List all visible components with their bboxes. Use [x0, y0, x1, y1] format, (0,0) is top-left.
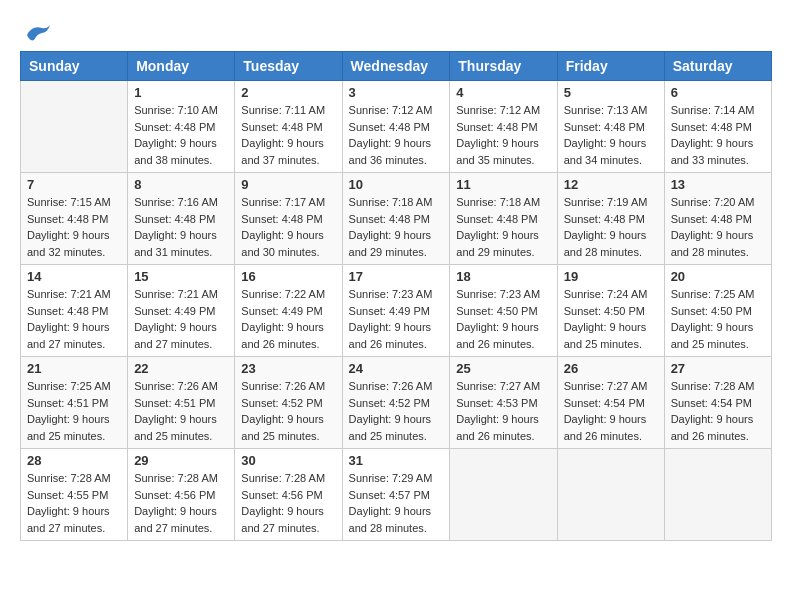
day-info: Sunrise: 7:14 AM Sunset: 4:48 PM Dayligh…: [671, 102, 765, 168]
day-info: Sunrise: 7:10 AM Sunset: 4:48 PM Dayligh…: [134, 102, 228, 168]
day-number: 21: [27, 361, 121, 376]
page-header: [20, 20, 772, 41]
calendar-day-cell: 24Sunrise: 7:26 AM Sunset: 4:52 PM Dayli…: [342, 357, 450, 449]
day-number: 6: [671, 85, 765, 100]
day-info: Sunrise: 7:16 AM Sunset: 4:48 PM Dayligh…: [134, 194, 228, 260]
day-number: 31: [349, 453, 444, 468]
day-info: Sunrise: 7:28 AM Sunset: 4:56 PM Dayligh…: [134, 470, 228, 536]
day-info: Sunrise: 7:12 AM Sunset: 4:48 PM Dayligh…: [456, 102, 550, 168]
day-info: Sunrise: 7:13 AM Sunset: 4:48 PM Dayligh…: [564, 102, 658, 168]
day-info: Sunrise: 7:23 AM Sunset: 4:50 PM Dayligh…: [456, 286, 550, 352]
day-info: Sunrise: 7:24 AM Sunset: 4:50 PM Dayligh…: [564, 286, 658, 352]
day-number: 5: [564, 85, 658, 100]
day-info: Sunrise: 7:18 AM Sunset: 4:48 PM Dayligh…: [349, 194, 444, 260]
day-of-week-header: Sunday: [21, 52, 128, 81]
day-number: 17: [349, 269, 444, 284]
day-info: Sunrise: 7:20 AM Sunset: 4:48 PM Dayligh…: [671, 194, 765, 260]
calendar-day-cell: [21, 81, 128, 173]
calendar-day-cell: 13Sunrise: 7:20 AM Sunset: 4:48 PM Dayli…: [664, 173, 771, 265]
day-info: Sunrise: 7:28 AM Sunset: 4:56 PM Dayligh…: [241, 470, 335, 536]
day-info: Sunrise: 7:28 AM Sunset: 4:54 PM Dayligh…: [671, 378, 765, 444]
calendar-day-cell: 18Sunrise: 7:23 AM Sunset: 4:50 PM Dayli…: [450, 265, 557, 357]
calendar-week-row: 21Sunrise: 7:25 AM Sunset: 4:51 PM Dayli…: [21, 357, 772, 449]
calendar-day-cell: [664, 449, 771, 541]
calendar-day-cell: 19Sunrise: 7:24 AM Sunset: 4:50 PM Dayli…: [557, 265, 664, 357]
calendar-day-cell: 4Sunrise: 7:12 AM Sunset: 4:48 PM Daylig…: [450, 81, 557, 173]
calendar-day-cell: 2Sunrise: 7:11 AM Sunset: 4:48 PM Daylig…: [235, 81, 342, 173]
day-number: 14: [27, 269, 121, 284]
day-number: 29: [134, 453, 228, 468]
calendar-day-cell: 29Sunrise: 7:28 AM Sunset: 4:56 PM Dayli…: [128, 449, 235, 541]
day-number: 13: [671, 177, 765, 192]
calendar-day-cell: 28Sunrise: 7:28 AM Sunset: 4:55 PM Dayli…: [21, 449, 128, 541]
calendar-week-row: 1Sunrise: 7:10 AM Sunset: 4:48 PM Daylig…: [21, 81, 772, 173]
calendar-day-cell: 25Sunrise: 7:27 AM Sunset: 4:53 PM Dayli…: [450, 357, 557, 449]
calendar-day-cell: 14Sunrise: 7:21 AM Sunset: 4:48 PM Dayli…: [21, 265, 128, 357]
day-info: Sunrise: 7:28 AM Sunset: 4:55 PM Dayligh…: [27, 470, 121, 536]
day-number: 16: [241, 269, 335, 284]
day-of-week-header: Friday: [557, 52, 664, 81]
day-info: Sunrise: 7:25 AM Sunset: 4:51 PM Dayligh…: [27, 378, 121, 444]
day-number: 18: [456, 269, 550, 284]
day-number: 23: [241, 361, 335, 376]
calendar-day-cell: 27Sunrise: 7:28 AM Sunset: 4:54 PM Dayli…: [664, 357, 771, 449]
day-info: Sunrise: 7:26 AM Sunset: 4:52 PM Dayligh…: [241, 378, 335, 444]
day-number: 30: [241, 453, 335, 468]
day-of-week-header: Monday: [128, 52, 235, 81]
calendar-day-cell: 23Sunrise: 7:26 AM Sunset: 4:52 PM Dayli…: [235, 357, 342, 449]
calendar-week-row: 28Sunrise: 7:28 AM Sunset: 4:55 PM Dayli…: [21, 449, 772, 541]
calendar-day-cell: 6Sunrise: 7:14 AM Sunset: 4:48 PM Daylig…: [664, 81, 771, 173]
day-number: 10: [349, 177, 444, 192]
day-number: 9: [241, 177, 335, 192]
day-number: 27: [671, 361, 765, 376]
day-info: Sunrise: 7:26 AM Sunset: 4:51 PM Dayligh…: [134, 378, 228, 444]
day-number: 7: [27, 177, 121, 192]
calendar-header-row: SundayMondayTuesdayWednesdayThursdayFrid…: [21, 52, 772, 81]
calendar-day-cell: 20Sunrise: 7:25 AM Sunset: 4:50 PM Dayli…: [664, 265, 771, 357]
day-info: Sunrise: 7:22 AM Sunset: 4:49 PM Dayligh…: [241, 286, 335, 352]
day-info: Sunrise: 7:27 AM Sunset: 4:53 PM Dayligh…: [456, 378, 550, 444]
calendar-day-cell: 5Sunrise: 7:13 AM Sunset: 4:48 PM Daylig…: [557, 81, 664, 173]
day-info: Sunrise: 7:19 AM Sunset: 4:48 PM Dayligh…: [564, 194, 658, 260]
day-number: 25: [456, 361, 550, 376]
day-number: 1: [134, 85, 228, 100]
calendar-day-cell: 12Sunrise: 7:19 AM Sunset: 4:48 PM Dayli…: [557, 173, 664, 265]
day-info: Sunrise: 7:17 AM Sunset: 4:48 PM Dayligh…: [241, 194, 335, 260]
day-info: Sunrise: 7:21 AM Sunset: 4:48 PM Dayligh…: [27, 286, 121, 352]
day-of-week-header: Tuesday: [235, 52, 342, 81]
calendar-day-cell: 15Sunrise: 7:21 AM Sunset: 4:49 PM Dayli…: [128, 265, 235, 357]
calendar-day-cell: 17Sunrise: 7:23 AM Sunset: 4:49 PM Dayli…: [342, 265, 450, 357]
calendar-day-cell: 8Sunrise: 7:16 AM Sunset: 4:48 PM Daylig…: [128, 173, 235, 265]
calendar-day-cell: 16Sunrise: 7:22 AM Sunset: 4:49 PM Dayli…: [235, 265, 342, 357]
day-of-week-header: Wednesday: [342, 52, 450, 81]
calendar-week-row: 14Sunrise: 7:21 AM Sunset: 4:48 PM Dayli…: [21, 265, 772, 357]
calendar-day-cell: 30Sunrise: 7:28 AM Sunset: 4:56 PM Dayli…: [235, 449, 342, 541]
day-info: Sunrise: 7:12 AM Sunset: 4:48 PM Dayligh…: [349, 102, 444, 168]
day-number: 2: [241, 85, 335, 100]
calendar-day-cell: [450, 449, 557, 541]
day-info: Sunrise: 7:25 AM Sunset: 4:50 PM Dayligh…: [671, 286, 765, 352]
day-number: 26: [564, 361, 658, 376]
calendar-day-cell: 31Sunrise: 7:29 AM Sunset: 4:57 PM Dayli…: [342, 449, 450, 541]
day-number: 12: [564, 177, 658, 192]
day-info: Sunrise: 7:15 AM Sunset: 4:48 PM Dayligh…: [27, 194, 121, 260]
calendar-day-cell: [557, 449, 664, 541]
day-number: 24: [349, 361, 444, 376]
calendar-day-cell: 3Sunrise: 7:12 AM Sunset: 4:48 PM Daylig…: [342, 81, 450, 173]
calendar-table: SundayMondayTuesdayWednesdayThursdayFrid…: [20, 51, 772, 541]
day-info: Sunrise: 7:29 AM Sunset: 4:57 PM Dayligh…: [349, 470, 444, 536]
day-number: 20: [671, 269, 765, 284]
calendar-day-cell: 1Sunrise: 7:10 AM Sunset: 4:48 PM Daylig…: [128, 81, 235, 173]
day-number: 4: [456, 85, 550, 100]
day-info: Sunrise: 7:11 AM Sunset: 4:48 PM Dayligh…: [241, 102, 335, 168]
logo-bird-icon: [22, 20, 52, 45]
day-number: 3: [349, 85, 444, 100]
day-number: 22: [134, 361, 228, 376]
calendar-day-cell: 10Sunrise: 7:18 AM Sunset: 4:48 PM Dayli…: [342, 173, 450, 265]
calendar-day-cell: 22Sunrise: 7:26 AM Sunset: 4:51 PM Dayli…: [128, 357, 235, 449]
day-info: Sunrise: 7:27 AM Sunset: 4:54 PM Dayligh…: [564, 378, 658, 444]
calendar-week-row: 7Sunrise: 7:15 AM Sunset: 4:48 PM Daylig…: [21, 173, 772, 265]
day-of-week-header: Thursday: [450, 52, 557, 81]
calendar-day-cell: 9Sunrise: 7:17 AM Sunset: 4:48 PM Daylig…: [235, 173, 342, 265]
day-number: 8: [134, 177, 228, 192]
